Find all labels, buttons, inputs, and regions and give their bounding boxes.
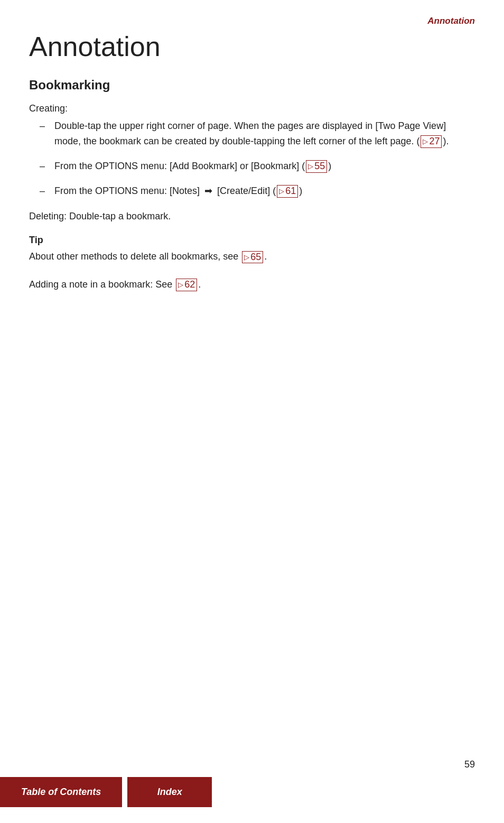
- ref-link-55[interactable]: 55: [314, 161, 325, 172]
- list-dash: –: [40, 183, 54, 199]
- tip-text: About other methods to delete all bookma…: [29, 249, 475, 264]
- list-dash: –: [40, 118, 54, 134]
- ref-box-27[interactable]: ▷27: [421, 135, 442, 148]
- list-content-1: Double-tap the upper right corner of pag…: [54, 118, 475, 149]
- ref-arrow: ▷: [244, 253, 249, 262]
- list-item: – Double-tap the upper right corner of p…: [40, 118, 475, 149]
- creating-label: Creating:: [29, 103, 475, 114]
- section-heading: Bookmarking: [29, 78, 475, 93]
- ref-arrow: ▷: [178, 281, 183, 289]
- page-title: Annotation: [29, 32, 475, 62]
- ref-arrow: ▷: [279, 187, 284, 196]
- ref-link-65[interactable]: 65: [250, 252, 261, 263]
- deleting-text: Deleting: Double-tap a bookmark.: [29, 209, 475, 224]
- tip-label: Tip: [29, 235, 475, 246]
- arrow-right-icon: ➡: [204, 183, 212, 199]
- ref-link-62[interactable]: 62: [184, 279, 195, 291]
- index-button[interactable]: Index: [127, 777, 212, 807]
- list-dash: –: [40, 159, 54, 174]
- ref-box-61[interactable]: ▷61: [277, 185, 298, 198]
- ref-arrow: ▷: [423, 137, 428, 146]
- list-item: – From the OPTIONS menu: [Notes] ➡ [Crea…: [40, 183, 475, 199]
- list-item: – From the OPTIONS menu: [Add Bookmark] …: [40, 159, 475, 174]
- ref-link-27[interactable]: 27: [429, 136, 440, 147]
- header-label: Annotation: [29, 16, 475, 26]
- page-number: 59: [464, 759, 475, 770]
- table-of-contents-button[interactable]: Table of Contents: [0, 777, 122, 807]
- bullet-list: – Double-tap the upper right corner of p…: [40, 118, 475, 198]
- ref-box-55[interactable]: ▷55: [306, 160, 327, 173]
- ref-link-61[interactable]: 61: [285, 186, 296, 197]
- ref-box-65[interactable]: ▷65: [242, 251, 263, 264]
- bottom-buttons: Table of Contents Index: [0, 777, 212, 807]
- adding-text: Adding a note in a bookmark: See ▷62.: [29, 277, 475, 292]
- ref-arrow: ▷: [308, 162, 313, 171]
- list-content-3: From the OPTIONS menu: [Notes] ➡ [Create…: [54, 183, 475, 199]
- list-content-2: From the OPTIONS menu: [Add Bookmark] or…: [54, 159, 475, 174]
- ref-box-62[interactable]: ▷62: [176, 279, 197, 291]
